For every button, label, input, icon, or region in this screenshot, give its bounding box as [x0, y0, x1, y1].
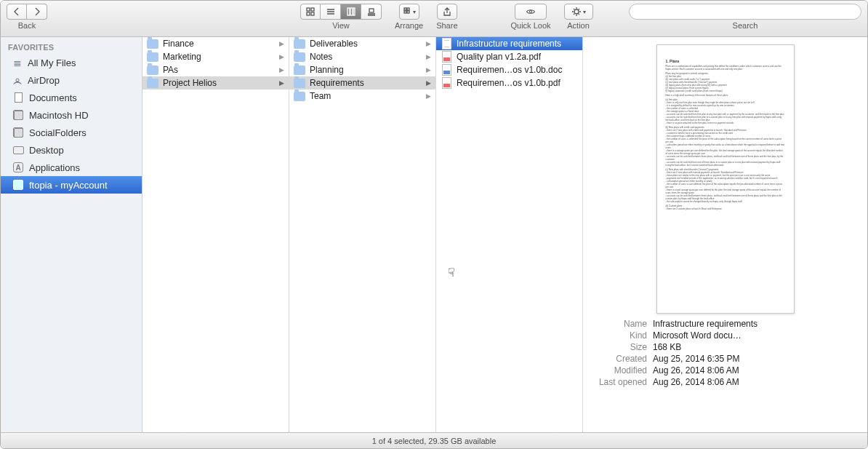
sidebar-item-macintosh-hd[interactable]: Macintosh HD [1, 106, 142, 124]
folder-row[interactable]: Requirements▶ [289, 76, 435, 90]
sidebar-item-ftopia[interactable]: ftopia - myAccount [1, 176, 142, 194]
sidebar-item-label: Desktop [29, 145, 64, 156]
sidebar-item-label: Applications [29, 162, 80, 173]
view-mode-buttons [300, 4, 382, 20]
file-row[interactable]: Quality plan v1.2a.pdf [436, 50, 582, 63]
folder-row[interactable]: Finance▶ [142, 37, 289, 50]
svg-point-18 [574, 9, 579, 14]
svg-rect-14 [404, 11, 406, 13]
status-bar: 1 of 4 selected, 29.35 GB available [1, 432, 867, 448]
folder-row[interactable]: Notes▶ [289, 50, 435, 63]
sidebar-item-desktop[interactable]: Desktop [1, 141, 142, 159]
row-label: Planning [310, 65, 422, 75]
svg-rect-16 [407, 11, 409, 13]
folder-row[interactable]: Team▶ [289, 90, 435, 103]
meta-key: Modified [589, 365, 647, 376]
back-label: Back [18, 21, 36, 30]
sidebar-item-label: Documents [29, 92, 77, 103]
row-label: Project Helios [163, 78, 275, 88]
folder-icon [294, 90, 305, 102]
hard-drive-icon [12, 109, 24, 121]
row-label: Quality plan v1.2a.pdf [457, 52, 578, 62]
view-column-button[interactable] [341, 4, 361, 20]
arrange-label: Arrange [395, 21, 423, 30]
column-3: Infrastructure requirements Quality plan… [436, 37, 583, 432]
meta-value: 168 KB [653, 342, 861, 352]
svg-rect-15 [407, 8, 409, 10]
arrange-button[interactable]: ▾ [399, 4, 419, 20]
row-label: Team [310, 91, 422, 101]
meta-key: Last opened [589, 377, 647, 387]
view-list-button[interactable] [321, 4, 341, 20]
folder-icon [294, 51, 305, 63]
svg-rect-13 [404, 8, 406, 10]
pdf-icon [441, 77, 452, 89]
search-input[interactable] [629, 4, 861, 20]
row-label: Requiremen…os v1.0b.pdf [457, 78, 578, 88]
chevron-right-icon: ▶ [426, 53, 431, 60]
svg-rect-9 [353, 8, 355, 15]
desktop-icon [12, 144, 24, 156]
documents-icon [12, 92, 24, 103]
sidebar-item-documents[interactable]: Documents [1, 89, 142, 106]
row-label: Requirements [310, 78, 422, 88]
chevron-right-icon: ▶ [279, 53, 284, 60]
file-row[interactable]: Infrastructure requirements [436, 37, 582, 50]
folder-icon [147, 64, 158, 76]
nav-buttons [7, 4, 47, 20]
svg-rect-8 [350, 8, 353, 15]
row-label: Finance [163, 39, 275, 49]
sidebar-item-airdrop[interactable]: AirDrop [1, 71, 142, 89]
chevron-right-icon: ▶ [279, 40, 284, 47]
chevron-right-icon: ▶ [426, 40, 431, 47]
row-label: Notes [310, 52, 422, 62]
row-label: Requiremen…os v1.0b.doc [457, 65, 578, 75]
svg-rect-3 [311, 12, 314, 15]
all-my-files-icon [12, 57, 23, 68]
meta-key: Created [589, 354, 647, 364]
folder-row[interactable]: Deliverables▶ [289, 37, 435, 50]
folder-icon [147, 38, 158, 49]
chevron-right-icon: ▶ [426, 66, 431, 73]
back-button[interactable] [7, 4, 27, 20]
share-label: Share [436, 21, 457, 30]
column-2: Deliverables▶ Notes▶ Planning▶ Requireme… [289, 37, 436, 432]
pdf-icon [441, 51, 452, 63]
folder-row[interactable]: Planning▶ [289, 63, 435, 76]
sidebar: FAVORITES All My Files AirDrop Documents… [1, 37, 142, 432]
folder-row[interactable]: Marketing▶ [142, 50, 289, 63]
status-text: 1 of 4 selected, 29.35 GB available [372, 437, 497, 445]
action-button[interactable]: ▾ [564, 4, 593, 20]
meta-value: Aug 26, 2014 8:06 AM [653, 365, 861, 376]
column-browser: Finance▶ Marketing▶ PAs▶ Project Helios▶… [142, 37, 867, 432]
view-icon-button[interactable] [300, 4, 321, 20]
preview-thumbnail[interactable]: 1. Plans Plans are a combination of capa… [656, 44, 795, 314]
airdrop-icon [12, 75, 23, 85]
sidebar-item-applications[interactable]: Applications [1, 159, 142, 176]
folder-icon [12, 179, 24, 191]
folder-icon [294, 38, 305, 49]
forward-button[interactable] [27, 4, 47, 20]
folder-icon [147, 77, 158, 89]
row-label: Deliverables [310, 39, 422, 49]
sidebar-item-all-my-files[interactable]: All My Files [1, 54, 142, 71]
folder-row[interactable]: Project Helios▶ [142, 76, 289, 90]
chevron-right-icon: ▶ [279, 66, 284, 73]
row-label: Marketing [163, 52, 275, 62]
file-row[interactable]: Requiremen…os v1.0b.doc [436, 63, 582, 76]
folder-icon [147, 51, 158, 63]
quicklook-button[interactable] [515, 4, 547, 20]
sidebar-item-socialfolders[interactable]: SocialFolders [1, 124, 142, 141]
chevron-right-icon: ▶ [279, 79, 284, 87]
view-coverflow-button[interactable] [361, 4, 382, 20]
meta-key: Kind [589, 330, 647, 341]
sidebar-header: FAVORITES [1, 41, 142, 54]
svg-rect-2 [307, 12, 310, 15]
folder-row[interactable]: PAs▶ [142, 63, 289, 76]
share-button[interactable] [437, 4, 457, 20]
search-label: Search [733, 21, 758, 30]
column-1: Finance▶ Marketing▶ PAs▶ Project Helios▶ [142, 37, 289, 432]
toolbar: Back View ▾ Arrange Share [1, 1, 867, 37]
file-row[interactable]: Requiremen…os v1.0b.pdf [436, 76, 582, 90]
view-label: View [332, 21, 350, 30]
